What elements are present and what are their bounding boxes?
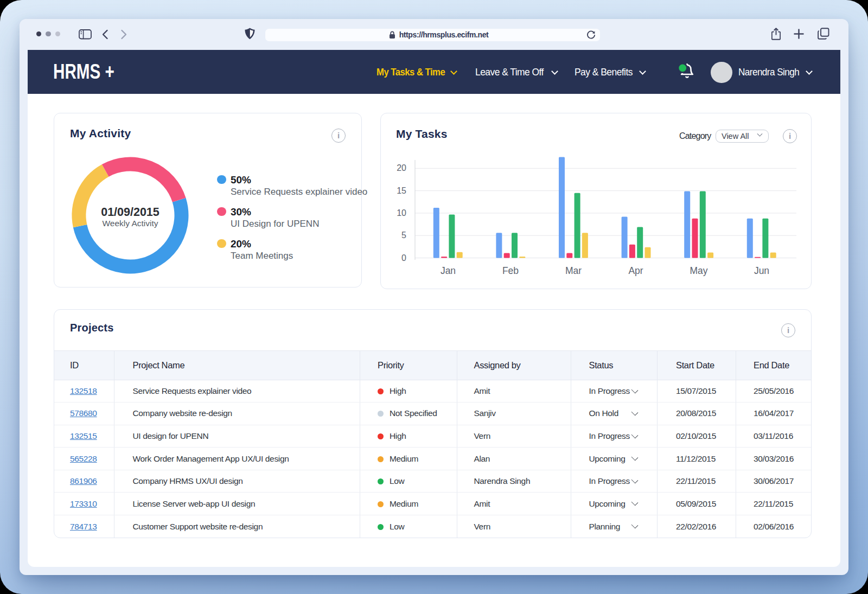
svg-text:Jan: Jan xyxy=(441,265,456,276)
svg-text:10: 10 xyxy=(397,208,406,217)
svg-text:Feb: Feb xyxy=(502,265,519,276)
svg-text:15: 15 xyxy=(397,186,406,195)
svg-text:Jun: Jun xyxy=(754,265,769,276)
svg-text:Mar: Mar xyxy=(565,265,582,276)
svg-text:20: 20 xyxy=(397,163,406,173)
svg-text:May: May xyxy=(690,265,707,276)
svg-text:5: 5 xyxy=(401,231,406,240)
svg-text:0: 0 xyxy=(401,253,406,262)
svg-text:Apr: Apr xyxy=(628,265,643,276)
